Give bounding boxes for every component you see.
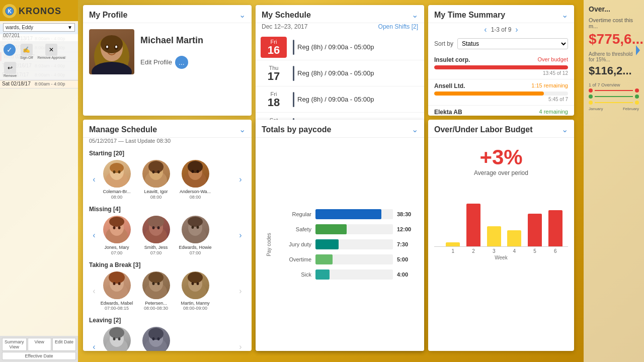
remove-signoff-icon: ↩ (4, 62, 16, 74)
remove-signoff-btn[interactable]: ↩ Remove (2, 61, 19, 78)
break-next-btn[interactable]: › (235, 287, 246, 296)
smith-avatar (142, 216, 170, 243)
dropdown-arrow-icon: ▼ (67, 25, 72, 30)
person-smith: Smith, Jess 07:00 (138, 216, 174, 255)
svg-point-29 (118, 226, 120, 229)
summary-view-btn[interactable]: Summary View (2, 338, 27, 351)
missing-next-btn[interactable]: › (235, 231, 246, 240)
manage-section-leaving: Leaving [2] ‹ (83, 315, 252, 351)
profile-card-header: My Profile ⌄ (83, 5, 252, 23)
petersen-name: Petersen... (145, 301, 167, 306)
edit-date-btn[interactable]: Edit Date (52, 338, 76, 351)
break-prev-btn[interactable]: ‹ (89, 287, 99, 296)
paycode-chevron-icon[interactable]: ⌄ (412, 125, 418, 134)
sign-off-icon: ✍ (21, 44, 33, 56)
svg-point-57 (109, 327, 124, 338)
paycode-content: Pay codes Regular 38:30 Safety (256, 138, 424, 351)
effective-date-btn[interactable]: Effective Date (2, 352, 76, 360)
bar-1 (446, 242, 460, 246)
person-martin-manny: Martin, Manny 08:00-09:00 (178, 272, 213, 311)
schedule-chevron-icon[interactable]: ⌄ (412, 10, 418, 20)
labor-percentage: +3% (428, 138, 574, 169)
bar-2 (466, 204, 480, 246)
leaving-next-btn[interactable]: › (235, 342, 246, 351)
sign-off-btn[interactable]: ✍ Sign-Off (18, 43, 35, 60)
user-id: 007201 (3, 32, 75, 39)
paycode-row-sick: Sick 4:00 (279, 269, 418, 280)
leavitt-time: 08:00 (150, 195, 162, 200)
profile-info: Michael Martin Edit Profile ... (140, 35, 203, 69)
svg-point-38 (191, 226, 194, 229)
profile-avatar (89, 29, 134, 74)
paycode-bars-area: Regular 38:30 Safety 12:00 Jury duty (279, 143, 418, 346)
manage-chevron-icon[interactable]: ⌄ (239, 125, 246, 134)
my-time-summary-card: My Time Summary ⌄ ‹ 1-3 of 9 › Sort by S… (428, 5, 574, 116)
coleman-time: 08:00 (111, 195, 123, 200)
chart-label-6: 6 (546, 248, 564, 254)
profile-name: Michael Martin (140, 35, 203, 46)
labor-chevron-icon[interactable]: ⌄ (561, 125, 568, 134)
leaving-persons: Miller, Steve 08:00 (99, 327, 235, 351)
starting-next-btn[interactable]: › (235, 175, 246, 184)
chart-label-1: 1 (444, 248, 462, 254)
pagination-row: ‹ 1-3 of 9 › (428, 23, 574, 36)
profile-chevron-icon[interactable]: ⌄ (239, 10, 246, 20)
paycode-row-regular: Regular 38:30 (279, 209, 418, 219)
person-edwards-h: Edwards, Howie 07:00 (178, 216, 213, 255)
bar-6 (548, 210, 562, 246)
shift-bar-fri18 (293, 92, 294, 107)
svg-point-8 (115, 46, 117, 48)
schedule-date-range: Dec 12–23, 2017 (262, 23, 307, 30)
leaving-prev-btn[interactable]: ‹ (89, 342, 99, 351)
checkmark-action-btn[interactable]: ✓ (2, 43, 18, 60)
jones-avatar (103, 216, 131, 243)
break-persons: Edwards, Mabel 07:00-08:15 (99, 272, 235, 311)
time-entry-elekta: Elekta AB 4 remaining 6 of 10 (428, 106, 574, 116)
prev-page-btn[interactable]: ‹ (484, 25, 487, 34)
starting-prev-btn[interactable]: ‹ (89, 175, 99, 184)
day-fri18: Fri 18 (261, 91, 287, 108)
leaving-persons-row: ‹ Miller, Steve (89, 327, 246, 351)
svg-point-44 (118, 282, 120, 285)
edwardsm-time: 07:00-08:15 (105, 306, 129, 311)
schedule-title: My Schedule (262, 11, 311, 20)
ansell-status: 1:15 remaining (531, 82, 568, 89)
svg-point-27 (109, 217, 124, 227)
view-btn[interactable]: View (28, 338, 51, 351)
starting-persons-row: ‹ Coleman-Br... (89, 160, 246, 200)
time-entry-ansell-header: Ansell Ltd. 1:15 remaining (434, 82, 568, 89)
svg-point-62 (148, 328, 164, 340)
manage-section-break: Taking a Break [3] ‹ (83, 259, 252, 313)
schedule-item-fri16: Fri 16 Reg (8h) / 09:00a - 05:00p (256, 34, 424, 60)
sort-select[interactable]: Status (457, 38, 568, 49)
bar-group-1 (444, 182, 462, 246)
remove-approval-btn[interactable]: ✕ Remove Approval (36, 43, 67, 60)
jones-name: Jones, Mary (104, 245, 129, 250)
profile-more-btn[interactable]: ... (175, 56, 188, 69)
paycode-bar-overtime (315, 254, 333, 264)
bg-row-6[interactable]: Sat 02/18/17 8:00am - 4:00p (0, 79, 78, 88)
starting-title: Starting [20] (89, 150, 246, 157)
time-summary-chevron-icon[interactable]: ⌄ (561, 10, 568, 20)
shift-detail-thu17: Reg (8h) / 09:00a - 05:00p (297, 69, 374, 77)
missing-prev-btn[interactable]: ‹ (89, 231, 99, 240)
time-summary-header: My Time Summary ⌄ (428, 5, 574, 23)
user-dropdown[interactable]: wards, Eddy ▼ (3, 23, 75, 32)
coleman-name: Coleman-Br... (103, 189, 130, 195)
paycode-card-header: Totals by paycode ⌄ (256, 120, 424, 138)
pagination-text: 1-3 of 9 (491, 26, 512, 33)
martinm-avatar (182, 272, 209, 299)
svg-point-48 (152, 282, 154, 285)
svg-point-53 (191, 282, 194, 285)
svg-point-17 (148, 161, 164, 173)
bar-3 (487, 226, 501, 246)
person-miller: Miller, Steve 08:00 (99, 327, 134, 351)
svg-point-52 (188, 272, 203, 283)
sort-label: Sort by (434, 40, 453, 47)
svg-point-34 (157, 226, 159, 229)
missing-persons: Jones, Mary 07:00 (99, 216, 235, 255)
shift-detail-fri18: Reg (8h) / 09:00a - 05:00p (297, 96, 374, 103)
svg-point-18 (152, 170, 154, 173)
open-shifts-label[interactable]: Open Shifts [2] (378, 23, 418, 30)
next-page-btn[interactable]: › (515, 25, 518, 34)
